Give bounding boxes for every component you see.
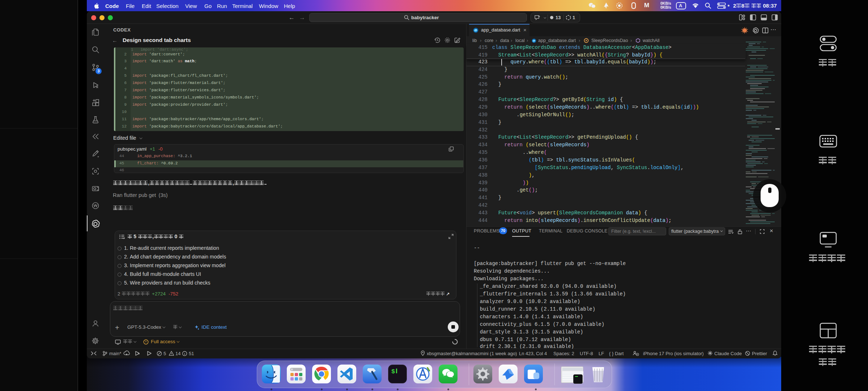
svg-text:$: $ (391, 368, 395, 375)
